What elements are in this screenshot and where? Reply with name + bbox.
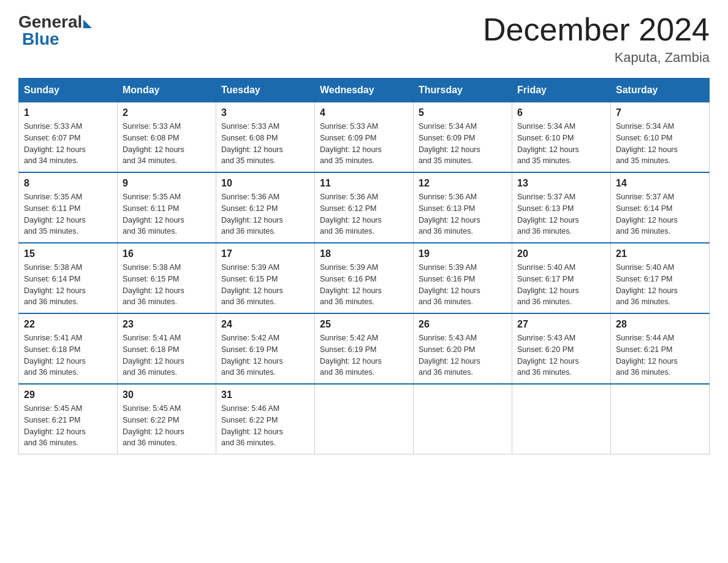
calendar-cell: 17Sunrise: 5:39 AMSunset: 6:15 PMDayligh… <box>216 243 315 313</box>
day-info: Sunrise: 5:35 AMSunset: 6:11 PMDaylight:… <box>123 193 184 236</box>
logo-arrow-icon <box>83 20 92 28</box>
day-number: 15 <box>24 248 112 259</box>
calendar-cell: 29Sunrise: 5:45 AMSunset: 6:21 PMDayligh… <box>19 384 118 454</box>
day-info: Sunrise: 5:33 AMSunset: 6:08 PMDaylight:… <box>123 122 184 165</box>
day-number: 19 <box>419 248 507 259</box>
day-info: Sunrise: 5:33 AMSunset: 6:09 PMDaylight:… <box>320 122 382 165</box>
calendar-cell: 21Sunrise: 5:40 AMSunset: 6:17 PMDayligh… <box>611 243 710 313</box>
calendar-cell: 12Sunrise: 5:36 AMSunset: 6:13 PMDayligh… <box>414 172 512 243</box>
calendar-cell: 9Sunrise: 5:35 AMSunset: 6:11 PMDaylight… <box>118 172 216 243</box>
day-number: 1 <box>24 107 112 118</box>
day-number: 10 <box>221 178 309 189</box>
calendar-cell: 2Sunrise: 5:33 AMSunset: 6:08 PMDaylight… <box>118 102 216 173</box>
day-info: Sunrise: 5:36 AMSunset: 6:13 PMDaylight:… <box>419 193 480 236</box>
day-info: Sunrise: 5:45 AMSunset: 6:21 PMDaylight:… <box>24 404 86 447</box>
calendar-cell: 25Sunrise: 5:42 AMSunset: 6:19 PMDayligh… <box>315 313 414 384</box>
calendar-cell: 5Sunrise: 5:34 AMSunset: 6:09 PMDaylight… <box>414 102 512 173</box>
calendar-week-row: 22Sunrise: 5:41 AMSunset: 6:18 PMDayligh… <box>19 313 710 384</box>
day-info: Sunrise: 5:34 AMSunset: 6:10 PMDaylight:… <box>616 122 678 165</box>
day-info: Sunrise: 5:38 AMSunset: 6:15 PMDaylight:… <box>123 263 184 306</box>
day-number: 12 <box>419 178 507 189</box>
day-info: Sunrise: 5:42 AMSunset: 6:19 PMDaylight:… <box>320 334 382 377</box>
calendar-cell: 26Sunrise: 5:43 AMSunset: 6:20 PMDayligh… <box>414 313 512 384</box>
day-number: 16 <box>123 248 211 259</box>
day-number: 27 <box>517 319 605 330</box>
calendar-cell: 20Sunrise: 5:40 AMSunset: 6:17 PMDayligh… <box>512 243 611 313</box>
day-info: Sunrise: 5:40 AMSunset: 6:17 PMDaylight:… <box>616 263 678 306</box>
calendar-header-sunday: Sunday <box>19 79 118 102</box>
day-info: Sunrise: 5:41 AMSunset: 6:18 PMDaylight:… <box>24 334 86 377</box>
day-number: 30 <box>123 389 211 400</box>
calendar-cell: 16Sunrise: 5:38 AMSunset: 6:15 PMDayligh… <box>118 243 216 313</box>
day-number: 5 <box>419 107 507 118</box>
day-number: 25 <box>320 319 408 330</box>
day-number: 24 <box>221 319 309 330</box>
day-number: 9 <box>123 178 211 189</box>
day-number: 6 <box>517 107 605 118</box>
day-number: 8 <box>24 178 112 189</box>
calendar-cell: 18Sunrise: 5:39 AMSunset: 6:16 PMDayligh… <box>315 243 414 313</box>
day-info: Sunrise: 5:38 AMSunset: 6:14 PMDaylight:… <box>24 263 86 306</box>
calendar-cell: 10Sunrise: 5:36 AMSunset: 6:12 PMDayligh… <box>216 172 315 243</box>
day-info: Sunrise: 5:37 AMSunset: 6:14 PMDaylight:… <box>616 193 678 236</box>
day-number: 4 <box>320 107 408 118</box>
calendar-header-monday: Monday <box>118 79 216 102</box>
calendar-cell: 7Sunrise: 5:34 AMSunset: 6:10 PMDaylight… <box>611 102 710 173</box>
day-info: Sunrise: 5:37 AMSunset: 6:13 PMDaylight:… <box>517 193 579 236</box>
logo-blue-text: Blue <box>18 29 92 49</box>
calendar-cell: 6Sunrise: 5:34 AMSunset: 6:10 PMDaylight… <box>512 102 611 173</box>
day-info: Sunrise: 5:35 AMSunset: 6:11 PMDaylight:… <box>24 193 86 236</box>
day-info: Sunrise: 5:33 AMSunset: 6:08 PMDaylight:… <box>221 122 283 165</box>
day-info: Sunrise: 5:36 AMSunset: 6:12 PMDaylight:… <box>320 193 382 236</box>
calendar-header-thursday: Thursday <box>414 79 512 102</box>
calendar-table: SundayMondayTuesdayWednesdayThursdayFrid… <box>18 78 710 454</box>
day-number: 23 <box>123 319 211 330</box>
calendar-cell: 11Sunrise: 5:36 AMSunset: 6:12 PMDayligh… <box>315 172 414 243</box>
calendar-header-wednesday: Wednesday <box>315 79 414 102</box>
day-info: Sunrise: 5:39 AMSunset: 6:15 PMDaylight:… <box>221 263 283 306</box>
calendar-cell: 1Sunrise: 5:33 AMSunset: 6:07 PMDaylight… <box>19 102 118 173</box>
day-info: Sunrise: 5:45 AMSunset: 6:22 PMDaylight:… <box>123 404 184 447</box>
day-info: Sunrise: 5:36 AMSunset: 6:12 PMDaylight:… <box>221 193 283 236</box>
day-info: Sunrise: 5:34 AMSunset: 6:09 PMDaylight:… <box>419 122 480 165</box>
calendar-cell: 28Sunrise: 5:44 AMSunset: 6:21 PMDayligh… <box>611 313 710 384</box>
title-block: December 2024 Kaputa, Zambia <box>483 12 710 66</box>
location-text: Kaputa, Zambia <box>483 50 710 66</box>
calendar-week-row: 8Sunrise: 5:35 AMSunset: 6:11 PMDaylight… <box>19 172 710 243</box>
day-number: 7 <box>616 107 704 118</box>
calendar-cell <box>414 384 512 454</box>
calendar-cell: 31Sunrise: 5:46 AMSunset: 6:22 PMDayligh… <box>216 384 315 454</box>
day-info: Sunrise: 5:44 AMSunset: 6:21 PMDaylight:… <box>616 334 678 377</box>
day-info: Sunrise: 5:43 AMSunset: 6:20 PMDaylight:… <box>419 334 480 377</box>
day-info: Sunrise: 5:41 AMSunset: 6:18 PMDaylight:… <box>123 334 184 377</box>
calendar-header-tuesday: Tuesday <box>216 79 315 102</box>
calendar-cell: 30Sunrise: 5:45 AMSunset: 6:22 PMDayligh… <box>118 384 216 454</box>
day-number: 21 <box>616 248 704 259</box>
calendar-week-row: 15Sunrise: 5:38 AMSunset: 6:14 PMDayligh… <box>19 243 710 313</box>
day-number: 2 <box>123 107 211 118</box>
day-number: 28 <box>616 319 704 330</box>
day-number: 22 <box>24 319 112 330</box>
day-number: 26 <box>419 319 507 330</box>
day-info: Sunrise: 5:46 AMSunset: 6:22 PMDaylight:… <box>221 404 283 447</box>
day-number: 3 <box>221 107 309 118</box>
calendar-header-saturday: Saturday <box>611 79 710 102</box>
calendar-cell: 15Sunrise: 5:38 AMSunset: 6:14 PMDayligh… <box>19 243 118 313</box>
calendar-cell <box>315 384 414 454</box>
calendar-cell: 22Sunrise: 5:41 AMSunset: 6:18 PMDayligh… <box>19 313 118 384</box>
calendar-cell: 13Sunrise: 5:37 AMSunset: 6:13 PMDayligh… <box>512 172 611 243</box>
calendar-week-row: 29Sunrise: 5:45 AMSunset: 6:21 PMDayligh… <box>19 384 710 454</box>
calendar-cell: 3Sunrise: 5:33 AMSunset: 6:08 PMDaylight… <box>216 102 315 173</box>
calendar-cell: 14Sunrise: 5:37 AMSunset: 6:14 PMDayligh… <box>611 172 710 243</box>
calendar-cell: 19Sunrise: 5:39 AMSunset: 6:16 PMDayligh… <box>414 243 512 313</box>
logo: General Blue <box>18 12 92 49</box>
day-info: Sunrise: 5:34 AMSunset: 6:10 PMDaylight:… <box>517 122 579 165</box>
calendar-cell: 8Sunrise: 5:35 AMSunset: 6:11 PMDaylight… <box>19 172 118 243</box>
calendar-cell: 24Sunrise: 5:42 AMSunset: 6:19 PMDayligh… <box>216 313 315 384</box>
day-number: 31 <box>221 389 309 400</box>
day-info: Sunrise: 5:42 AMSunset: 6:19 PMDaylight:… <box>221 334 283 377</box>
day-number: 17 <box>221 248 309 259</box>
calendar-cell: 4Sunrise: 5:33 AMSunset: 6:09 PMDaylight… <box>315 102 414 173</box>
day-number: 20 <box>517 248 605 259</box>
day-info: Sunrise: 5:39 AMSunset: 6:16 PMDaylight:… <box>419 263 480 306</box>
